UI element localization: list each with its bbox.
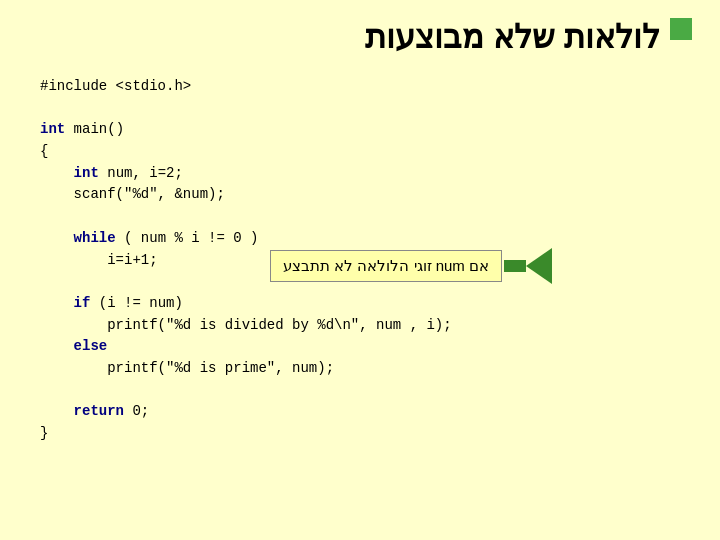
annotation-container: אם num זוגי הלולאה לא תתבצע xyxy=(270,248,552,284)
code-else: else xyxy=(40,336,680,358)
code-blank1 xyxy=(40,98,680,120)
code-int-main: int main() xyxy=(40,119,680,141)
code-close-brace: } xyxy=(40,423,680,445)
title-box-indicator xyxy=(670,18,692,40)
code-while: while ( num % i != 0 ) xyxy=(40,228,680,250)
page-title: לולאות שלא מבוצעות xyxy=(0,0,720,66)
code-int-decl: int num, i=2; xyxy=(40,163,680,185)
code-include: #include <stdio.h> xyxy=(40,76,680,98)
code-printf1: printf("%d is divided by %d\n", num , i)… xyxy=(40,315,680,337)
arrow-head xyxy=(526,248,552,284)
arrow-shaft xyxy=(504,260,526,272)
code-open-brace: { xyxy=(40,141,680,163)
annotation-box: אם num זוגי הלולאה לא תתבצע xyxy=(270,250,502,282)
code-scanf: scanf("%d", &num); xyxy=(40,184,680,206)
code-printf2: printf("%d is prime", num); xyxy=(40,358,680,380)
code-blank2 xyxy=(40,206,680,228)
code-blank4 xyxy=(40,380,680,402)
code-if: if (i != num) xyxy=(40,293,680,315)
code-return: return 0; xyxy=(40,401,680,423)
